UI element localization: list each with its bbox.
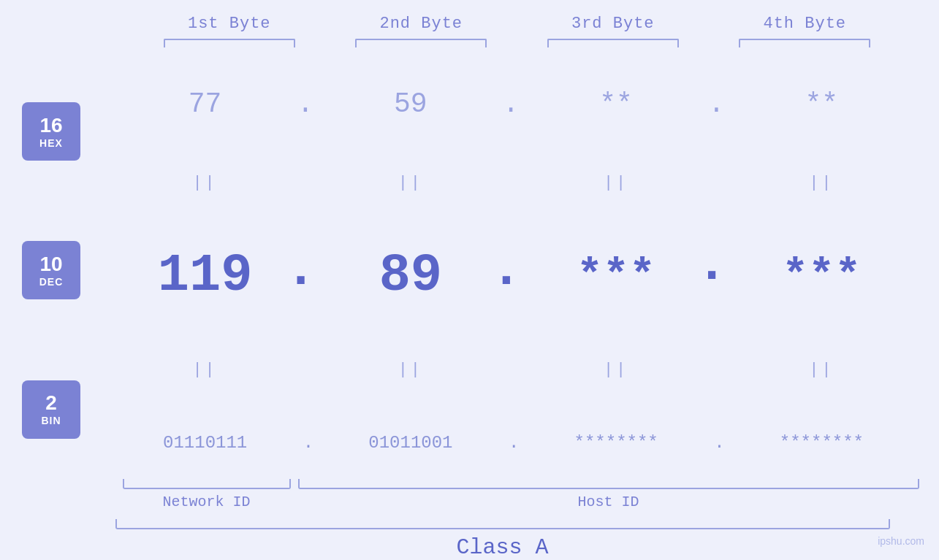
class-label: Class A xyxy=(115,535,890,560)
dec-byte4-cell: *** xyxy=(719,251,924,301)
left-labels: 16 HEX 10 DEC 2 BIN xyxy=(0,62,102,479)
dec-badge: 10 DEC xyxy=(22,241,80,299)
dec-byte1-value: 119 xyxy=(158,246,253,306)
top-bracket-2 xyxy=(355,39,487,47)
bin-byte4-cell: ******** xyxy=(719,433,924,453)
bin-byte1-value: 01110111 xyxy=(163,433,247,453)
byte2-header: 2nd Byte xyxy=(325,15,517,33)
byte3-header: 3rd Byte xyxy=(517,15,710,33)
host-id-bracket xyxy=(298,479,919,489)
hex-byte4-value: ** xyxy=(805,88,839,120)
network-id-label: Network ID xyxy=(115,494,298,510)
byte1-header: 1st Byte xyxy=(134,15,326,33)
eq2-b4: || xyxy=(719,361,924,379)
equals-row-1: || || || || xyxy=(102,172,924,194)
byte4-header: 4th Byte xyxy=(709,15,901,33)
bin-byte4-value: ******** xyxy=(780,433,864,453)
hex-byte1-cell: 77 . xyxy=(102,88,308,120)
bin-byte2-value: 01011001 xyxy=(368,433,452,453)
bracket-cell-4 xyxy=(709,39,901,47)
dec-byte2-cell: 89 . xyxy=(308,246,513,306)
dec-values-row: 119 . 89 . *** . *** xyxy=(102,246,924,306)
main-container: 1st Byte 2nd Byte 3rd Byte 4th Byte 16 H… xyxy=(0,0,939,560)
dec-byte1-cell: 119 . xyxy=(102,246,308,306)
byte-headers-row: 1st Byte 2nd Byte 3rd Byte 4th Byte xyxy=(134,15,901,33)
bin-byte1-cell: 01110111 . xyxy=(102,433,308,453)
dec-byte4-value: *** xyxy=(782,251,861,301)
dec-byte2-value: 89 xyxy=(379,246,442,306)
dec-byte3-cell: *** . xyxy=(514,251,719,301)
dec-num: 10 xyxy=(39,253,62,276)
hex-byte2-cell: 59 . xyxy=(308,88,513,120)
eq2-b2: || xyxy=(308,361,513,379)
eq1-b1: || xyxy=(102,174,308,192)
outer-bracket xyxy=(115,519,890,529)
bracket-cell-3 xyxy=(517,39,710,47)
bin-label: BIN xyxy=(41,415,61,426)
id-labels-row: Network ID Host ID xyxy=(115,494,919,510)
bin-byte3-value: ******** xyxy=(574,433,658,453)
hex-byte3-value: ** xyxy=(599,88,633,120)
bin-byte3-cell: ******** . xyxy=(514,433,719,453)
eq1-b3: || xyxy=(514,174,719,192)
bin-badge: 2 BIN xyxy=(22,380,80,439)
bin-num: 2 xyxy=(45,392,57,415)
hex-num: 16 xyxy=(39,115,62,137)
bracket-cell-2 xyxy=(325,39,517,47)
top-bracket-4 xyxy=(739,39,870,47)
hex-byte2-value: 59 xyxy=(394,88,427,120)
hex-byte4-cell: ** xyxy=(719,88,924,120)
dec-label: DEC xyxy=(39,276,64,288)
bottom-section: Network ID Host ID Class A xyxy=(115,479,919,560)
watermark: ipshu.com xyxy=(878,535,924,547)
bracket-cell-1 xyxy=(134,39,326,47)
bin-values-row: 01110111 . 01011001 . ******** . *******… xyxy=(102,433,924,453)
content-area: 16 HEX 10 DEC 2 BIN 77 . xyxy=(0,62,939,479)
host-id-label: Host ID xyxy=(298,494,919,510)
top-brackets-row xyxy=(134,39,901,47)
eq2-b3: || xyxy=(514,361,719,379)
values-grid: 77 . 59 . ** . ** || || || xyxy=(102,62,939,479)
bin-byte2-cell: 01011001 . xyxy=(308,433,513,453)
top-bracket-1 xyxy=(164,39,295,47)
eq2-b1: || xyxy=(102,361,308,379)
equals-row-2: || || || || xyxy=(102,358,924,380)
bottom-brackets-container xyxy=(115,479,919,489)
dec-byte3-value: *** xyxy=(577,251,655,301)
hex-label: HEX xyxy=(39,137,63,149)
top-bracket-3 xyxy=(547,39,679,47)
hex-values-row: 77 . 59 . ** . ** xyxy=(102,88,924,120)
eq1-b2: || xyxy=(308,174,513,192)
hex-byte3-cell: ** . xyxy=(514,88,719,120)
hex-badge: 16 HEX xyxy=(22,102,80,161)
hex-byte1-value: 77 xyxy=(189,88,222,120)
network-id-bracket xyxy=(123,479,291,489)
eq1-b4: || xyxy=(719,174,924,192)
